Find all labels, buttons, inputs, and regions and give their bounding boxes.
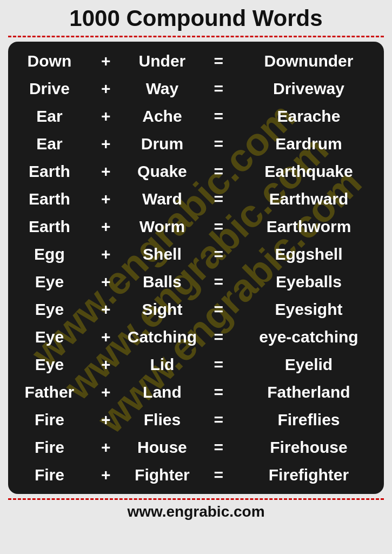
word1: Earth bbox=[8, 213, 91, 240]
word1: Father bbox=[8, 378, 91, 406]
word2: House bbox=[121, 433, 203, 461]
compound-result: Downunder bbox=[234, 47, 384, 75]
plus-symbol: + bbox=[91, 433, 121, 461]
compound-result: Firefighter bbox=[234, 461, 384, 489]
word2: Lid bbox=[121, 351, 203, 378]
plus-symbol: + bbox=[91, 378, 121, 406]
compound-result: Firehouse bbox=[234, 433, 384, 461]
word1: Fire bbox=[8, 406, 91, 433]
table-row: Fire+House=Firehouse bbox=[8, 433, 384, 461]
table-row: Fire+Fighter=Firefighter bbox=[8, 461, 384, 489]
table-row: Eye+Balls=Eyeballs bbox=[8, 268, 384, 295]
word2: Land bbox=[121, 378, 203, 406]
word1: Eye bbox=[8, 351, 91, 378]
word1: Ear bbox=[8, 102, 91, 130]
word2: Worm bbox=[121, 213, 203, 240]
table-row: Earth+Ward=Earthward bbox=[8, 185, 384, 213]
plus-symbol: + bbox=[91, 268, 121, 295]
compound-result: Eyelid bbox=[234, 351, 384, 378]
compound-result: Eggshell bbox=[234, 240, 384, 268]
equals-symbol: = bbox=[203, 433, 234, 461]
table-row: Ear+Drum=Eardrum bbox=[8, 130, 384, 157]
table-row: Earth+Worm=Earthworm bbox=[8, 213, 384, 240]
equals-symbol: = bbox=[203, 295, 234, 323]
compound-table: Down+Under=DownunderDrive+Way=DrivewayEa… bbox=[8, 47, 384, 489]
word2: Shell bbox=[121, 240, 203, 268]
word1: Fire bbox=[8, 461, 91, 489]
plus-symbol: + bbox=[91, 75, 121, 102]
equals-symbol: = bbox=[203, 240, 234, 268]
word1: Eye bbox=[8, 323, 91, 351]
plus-symbol: + bbox=[91, 157, 121, 185]
table-row: Egg+Shell=Eggshell bbox=[8, 240, 384, 268]
plus-symbol: + bbox=[91, 185, 121, 213]
word1: Egg bbox=[8, 240, 91, 268]
equals-symbol: = bbox=[203, 268, 234, 295]
compound-result: Earthward bbox=[234, 185, 384, 213]
plus-symbol: + bbox=[91, 323, 121, 351]
equals-symbol: = bbox=[203, 323, 234, 351]
main-card: www.engrabic.comwww.engrabic.comwww.engr… bbox=[8, 42, 384, 494]
top-divider bbox=[8, 36, 384, 37]
compound-result: Earthworm bbox=[234, 213, 384, 240]
equals-symbol: = bbox=[203, 461, 234, 489]
word1: Fire bbox=[8, 433, 91, 461]
table-row: Drive+Way=Driveway bbox=[8, 75, 384, 102]
compound-result: Fireflies bbox=[234, 406, 384, 433]
word2: Sight bbox=[121, 295, 203, 323]
word1: Eye bbox=[8, 268, 91, 295]
plus-symbol: + bbox=[91, 213, 121, 240]
word2: Ache bbox=[121, 102, 203, 130]
table-row: Eye+Catching=eye-catching bbox=[8, 323, 384, 351]
compound-result: Earthquake bbox=[234, 157, 384, 185]
plus-symbol: + bbox=[91, 130, 121, 157]
plus-symbol: + bbox=[91, 295, 121, 323]
plus-symbol: + bbox=[91, 351, 121, 378]
page-title: 1000 Compound Words bbox=[8, 5, 384, 31]
footer-text: www.engrabic.com bbox=[127, 503, 264, 520]
word2: Drum bbox=[121, 130, 203, 157]
bottom-divider bbox=[8, 498, 384, 500]
equals-symbol: = bbox=[203, 157, 234, 185]
word2: Catching bbox=[121, 323, 203, 351]
plus-symbol: + bbox=[91, 461, 121, 489]
table-row: Father+Land=Fatherland bbox=[8, 378, 384, 406]
plus-symbol: + bbox=[91, 406, 121, 433]
plus-symbol: + bbox=[91, 102, 121, 130]
compound-result: Eyeballs bbox=[234, 268, 384, 295]
plus-symbol: + bbox=[91, 240, 121, 268]
table-row: Ear+Ache=Earache bbox=[8, 102, 384, 130]
word1: Earth bbox=[8, 185, 91, 213]
word1: Eye bbox=[8, 295, 91, 323]
table-row: Eye+Lid=Eyelid bbox=[8, 351, 384, 378]
compound-result: Earache bbox=[234, 102, 384, 130]
word2: Balls bbox=[121, 268, 203, 295]
word2: Fighter bbox=[121, 461, 203, 489]
compound-result: Driveway bbox=[234, 75, 384, 102]
word1: Ear bbox=[8, 130, 91, 157]
equals-symbol: = bbox=[203, 102, 234, 130]
word1: Earth bbox=[8, 157, 91, 185]
table-row: Down+Under=Downunder bbox=[8, 47, 384, 75]
equals-symbol: = bbox=[203, 47, 234, 75]
compound-result: Fatherland bbox=[234, 378, 384, 406]
equals-symbol: = bbox=[203, 185, 234, 213]
equals-symbol: = bbox=[203, 75, 234, 102]
table-row: Earth+Quake=Earthquake bbox=[8, 157, 384, 185]
equals-symbol: = bbox=[203, 378, 234, 406]
equals-symbol: = bbox=[203, 130, 234, 157]
word2: Under bbox=[121, 47, 203, 75]
word1: Drive bbox=[8, 75, 91, 102]
compound-result: Eyesight bbox=[234, 295, 384, 323]
word2: Ward bbox=[121, 185, 203, 213]
table-row: Eye+Sight=Eyesight bbox=[8, 295, 384, 323]
equals-symbol: = bbox=[203, 351, 234, 378]
word2: Quake bbox=[121, 157, 203, 185]
equals-symbol: = bbox=[203, 406, 234, 433]
equals-symbol: = bbox=[203, 213, 234, 240]
plus-symbol: + bbox=[91, 47, 121, 75]
table-row: Fire+Flies=Fireflies bbox=[8, 406, 384, 433]
word2: Flies bbox=[121, 406, 203, 433]
word2: Way bbox=[121, 75, 203, 102]
word1: Down bbox=[8, 47, 91, 75]
